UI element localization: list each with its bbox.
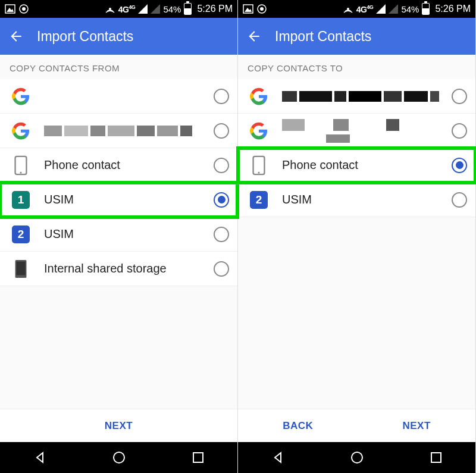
svg-rect-20: [431, 453, 441, 462]
nav-back-icon[interactable]: [29, 447, 51, 468]
network-type: 4G4G: [356, 4, 374, 14]
radio-button[interactable]: [214, 192, 229, 208]
battery-percentage: 54%: [401, 4, 419, 14]
dest-phone-contact[interactable]: Phone contact: [238, 148, 475, 183]
sim1-icon: 1: [11, 190, 31, 210]
radio-button[interactable]: [214, 123, 229, 139]
redacted-label: [282, 119, 452, 143]
google-icon: [11, 121, 31, 141]
screen-left: 4G4G 54% 5:26 PM Import Contacts COPY CO…: [0, 0, 238, 473]
app-bar-title: Import Contacts: [275, 29, 371, 45]
svg-point-7: [20, 171, 22, 173]
section-header-from: COPY CONTACTS FROM: [0, 55, 237, 79]
radio-button[interactable]: [452, 158, 467, 173]
radio-button[interactable]: [214, 89, 229, 104]
svg-marker-13: [245, 8, 252, 12]
phone-icon: [11, 155, 31, 176]
app-bar-title: Import Contacts: [37, 29, 133, 45]
target-icon: [18, 4, 29, 14]
svg-point-10: [114, 452, 124, 463]
redacted-label: [282, 86, 452, 106]
status-bar: 4G4G 54% 5:26 PM: [238, 0, 475, 18]
radio-button[interactable]: [452, 192, 467, 208]
app-bar: Import Contacts: [238, 18, 475, 55]
section-header-to: COPY CONTACTS TO: [238, 55, 475, 79]
source-list: Phone contact 1 USIM 2 USIM Internal sha…: [0, 79, 237, 286]
radio-button[interactable]: [452, 89, 467, 104]
google-icon: [11, 86, 31, 106]
redacted-label: [44, 121, 214, 141]
svg-marker-1: [7, 8, 14, 12]
back-arrow-icon[interactable]: [8, 29, 24, 44]
hotspot-icon: [105, 4, 115, 14]
radio-button[interactable]: [214, 227, 229, 242]
sim2-icon: 2: [11, 224, 31, 245]
back-button[interactable]: BACK: [265, 414, 331, 438]
battery-icon: [184, 3, 192, 15]
next-button[interactable]: NEXT: [385, 414, 449, 438]
source-google-account-1[interactable]: [0, 79, 237, 114]
status-clock: 5:26 PM: [435, 4, 471, 14]
dest-google-account-2[interactable]: [238, 114, 475, 148]
app-bar: Import Contacts: [0, 18, 237, 55]
back-arrow-icon[interactable]: [246, 29, 262, 44]
source-usim-2[interactable]: 2 USIM: [0, 217, 237, 252]
footer-bar: NEXT: [0, 409, 237, 442]
source-phone-contact[interactable]: Phone contact: [0, 148, 237, 183]
status-bar: 4G4G 54% 5:26 PM: [0, 0, 237, 18]
source-label: Internal shared storage: [44, 259, 214, 279]
svg-point-19: [352, 452, 362, 463]
nav-recent-icon[interactable]: [425, 447, 447, 468]
source-internal-storage[interactable]: Internal shared storage: [0, 252, 237, 286]
hotspot-icon: [343, 4, 353, 14]
dest-usim-2[interactable]: 2 USIM: [238, 183, 475, 217]
sim2-icon: 2: [249, 190, 269, 210]
svg-rect-9: [16, 261, 25, 275]
source-google-account-2[interactable]: [0, 114, 237, 148]
svg-point-15: [260, 7, 264, 11]
picture-icon: [243, 4, 253, 14]
signal-icon-2: [389, 4, 398, 14]
signal-icon-1: [138, 4, 148, 14]
battery-icon: [422, 3, 430, 15]
source-usim-1[interactable]: 1 USIM: [0, 183, 237, 217]
dest-label: Phone contact: [282, 155, 452, 176]
picture-icon: [5, 4, 15, 14]
target-icon: [256, 4, 267, 14]
radio-button[interactable]: [214, 158, 229, 173]
source-label: Phone contact: [44, 155, 214, 176]
status-clock: 5:26 PM: [197, 4, 233, 14]
source-label: USIM: [44, 190, 214, 210]
google-icon: [249, 86, 269, 106]
nav-bar: [0, 442, 237, 473]
nav-back-icon[interactable]: [267, 447, 289, 468]
source-label: [44, 86, 214, 106]
signal-icon-1: [376, 4, 386, 14]
screen-right: 4G4G 54% 5:26 PM Import Contacts COPY CO…: [238, 0, 476, 473]
footer-bar: BACK NEXT: [238, 409, 475, 442]
nav-home-icon[interactable]: [108, 447, 130, 468]
nav-bar: [238, 442, 475, 473]
phone-icon: [249, 155, 269, 176]
dest-google-account-1[interactable]: [238, 79, 475, 114]
svg-point-3: [22, 7, 26, 11]
nav-recent-icon[interactable]: [187, 447, 209, 468]
dest-list: Phone contact 2 USIM: [238, 79, 475, 217]
next-button[interactable]: NEXT: [87, 414, 151, 438]
source-label: USIM: [44, 224, 214, 245]
dest-label: USIM: [282, 190, 452, 210]
signal-icon-2: [151, 4, 160, 14]
battery-percentage: 54%: [163, 4, 181, 14]
nav-home-icon[interactable]: [346, 447, 368, 468]
google-icon: [249, 121, 269, 141]
svg-point-18: [258, 171, 260, 173]
svg-rect-17: [253, 156, 265, 174]
svg-rect-11: [193, 453, 203, 462]
storage-icon: [11, 259, 31, 279]
radio-button[interactable]: [214, 261, 229, 277]
radio-button[interactable]: [452, 123, 467, 139]
network-type: 4G4G: [118, 4, 136, 14]
